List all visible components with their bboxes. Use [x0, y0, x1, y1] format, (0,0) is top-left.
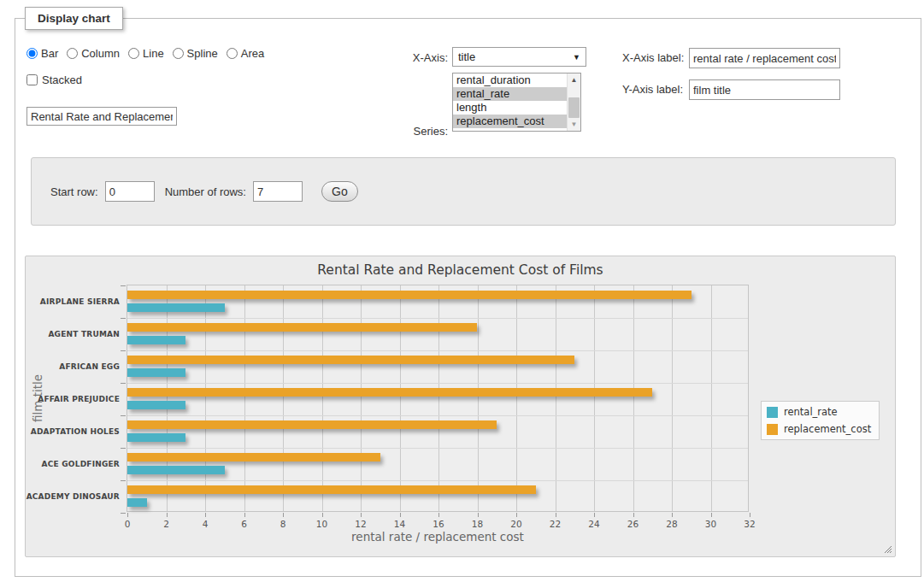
- y-tick-mark: [121, 513, 126, 514]
- number-of-rows-input[interactable]: [253, 181, 303, 202]
- x-tick-label: 22: [544, 519, 567, 529]
- radio-label: Area: [241, 47, 264, 60]
- x-tick-mark: [633, 513, 634, 517]
- x-tick-label: 8: [272, 519, 294, 529]
- scrollbar-thumb[interactable]: [568, 97, 580, 118]
- x-axis-label-input[interactable]: [689, 48, 840, 68]
- start-row-input[interactable]: [105, 181, 155, 202]
- chart-type-radio-spline[interactable]: Spline: [173, 47, 218, 60]
- gridline-vertical: [478, 285, 479, 511]
- x-tick-mark: [556, 513, 556, 517]
- x-tick-mark: [750, 513, 750, 517]
- gridline-horizontal: [127, 318, 748, 319]
- x-axis-label-caption: X-Axis label:: [622, 51, 684, 64]
- x-tick-label: 6: [233, 519, 256, 529]
- chart-type-radio-column[interactable]: Column: [67, 47, 120, 60]
- gridline-horizontal: [127, 480, 748, 481]
- y-category-label: AIRPLANE SIERRA: [17, 297, 120, 306]
- stacked-checkbox[interactable]: [26, 74, 38, 85]
- bar-rental_rate: [127, 336, 185, 344]
- series-option-rental_duration[interactable]: rental_duration: [453, 73, 567, 87]
- gridline-vertical: [205, 285, 206, 511]
- x-tick-label: 18: [467, 519, 489, 529]
- bar-replacement_cost: [127, 453, 380, 461]
- x-tick-label: 4: [194, 519, 216, 529]
- x-tick-mark: [516, 513, 517, 517]
- x-tick-label: 26: [622, 519, 644, 529]
- bar-replacement_cost: [127, 291, 692, 299]
- scroll-up-icon[interactable]: ▲: [568, 73, 580, 86]
- x-tick-label: 10: [311, 519, 333, 529]
- x-axis-select[interactable]: title ▼: [452, 47, 586, 67]
- gridline-vertical: [167, 285, 168, 511]
- radio-label: Spline: [187, 47, 218, 60]
- x-axis-select-label: X-Axis:: [407, 51, 448, 64]
- bar-rental_rate: [127, 401, 185, 409]
- gridline-vertical: [244, 285, 245, 511]
- chart-container: Rental Rate and Replacement Cost of Film…: [25, 256, 896, 557]
- x-tick-mark: [283, 513, 284, 517]
- bar-rental_rate: [127, 368, 185, 377]
- legend-label: rental_rate: [784, 406, 838, 418]
- series-option-replacement_cost[interactable]: replacement_cost: [453, 115, 567, 128]
- chart-title-input[interactable]: [26, 107, 177, 126]
- radio-input-spline[interactable]: [173, 48, 184, 59]
- x-tick-label: 20: [505, 519, 527, 529]
- bar-replacement_cost: [127, 485, 536, 494]
- gridline-vertical: [711, 285, 712, 511]
- number-of-rows-label: Number of rows:: [165, 185, 246, 198]
- gridline-vertical: [633, 285, 634, 511]
- x-tick-label: 16: [427, 519, 450, 529]
- x-tick-label: 32: [739, 519, 761, 529]
- chart-type-radio-group: BarColumnLineSplineArea: [26, 45, 269, 61]
- radio-input-line[interactable]: [128, 48, 139, 59]
- chart-x-axis-title: rental rate / replacement cost: [127, 530, 749, 544]
- series-list-label: Series:: [407, 125, 448, 138]
- row-range-panel: Start row: Number of rows: Go: [31, 157, 896, 226]
- legend-item-replacement_cost: replacement_cost: [767, 423, 871, 435]
- chart-legend: rental_ratereplacement_cost: [761, 401, 880, 440]
- gridline-vertical: [400, 285, 401, 511]
- x-tick-mark: [244, 513, 245, 517]
- bar-replacement_cost: [127, 388, 652, 397]
- radio-input-column[interactable]: [67, 48, 78, 59]
- chart-type-radio-area[interactable]: Area: [227, 47, 264, 60]
- y-category-label: AFFAIR PREJUDICE: [17, 395, 120, 403]
- y-axis-label-input[interactable]: [689, 79, 840, 100]
- legend-swatch: [767, 407, 778, 418]
- bar-rental_rate: [127, 433, 185, 442]
- gridline-horizontal: [127, 350, 748, 351]
- chart-type-radio-line[interactable]: Line: [128, 47, 164, 60]
- plot-area: 02468101214161820222426283032AIRPLANE SI…: [127, 285, 749, 512]
- bar-rental_rate: [127, 466, 225, 474]
- chart-type-radio-bar[interactable]: Bar: [26, 47, 58, 60]
- x-tick-mark: [672, 513, 673, 517]
- radio-input-area[interactable]: [227, 48, 238, 59]
- gridline-vertical: [283, 285, 284, 511]
- y-tick-mark: [121, 480, 126, 481]
- chevron-down-icon: ▼: [573, 53, 580, 62]
- chart-title: Rental Rate and Replacement Cost of Film…: [26, 262, 895, 278]
- resize-grip-icon[interactable]: [882, 544, 892, 554]
- y-tick-mark: [121, 415, 126, 416]
- legend-item-rental_rate: rental_rate: [767, 406, 871, 418]
- x-axis-selected-value: title: [458, 50, 573, 63]
- series-option-rental_rate[interactable]: rental_rate: [453, 87, 567, 101]
- gridline-vertical: [322, 285, 323, 511]
- series-listbox[interactable]: rental_durationrental_ratelengthreplacem…: [452, 73, 581, 132]
- radio-label: Line: [143, 47, 164, 60]
- bar-rental_rate: [127, 498, 147, 507]
- y-tick-mark: [121, 448, 126, 449]
- gridline-vertical: [594, 285, 595, 511]
- radio-input-bar[interactable]: [26, 48, 38, 59]
- series-list-scrollbar[interactable]: ▲ ▼: [567, 73, 580, 131]
- y-tick-mark: [121, 285, 126, 286]
- scroll-down-icon[interactable]: ▼: [568, 118, 580, 131]
- x-tick-mark: [322, 513, 323, 517]
- go-button[interactable]: Go: [321, 181, 358, 202]
- gridline-vertical: [556, 285, 556, 511]
- y-category-label: ADAPTATION HOLES: [17, 427, 120, 436]
- bar-rental_rate: [127, 303, 225, 312]
- y-category-label: AGENT TRUMAN: [17, 330, 120, 338]
- series-option-length[interactable]: length: [453, 101, 567, 115]
